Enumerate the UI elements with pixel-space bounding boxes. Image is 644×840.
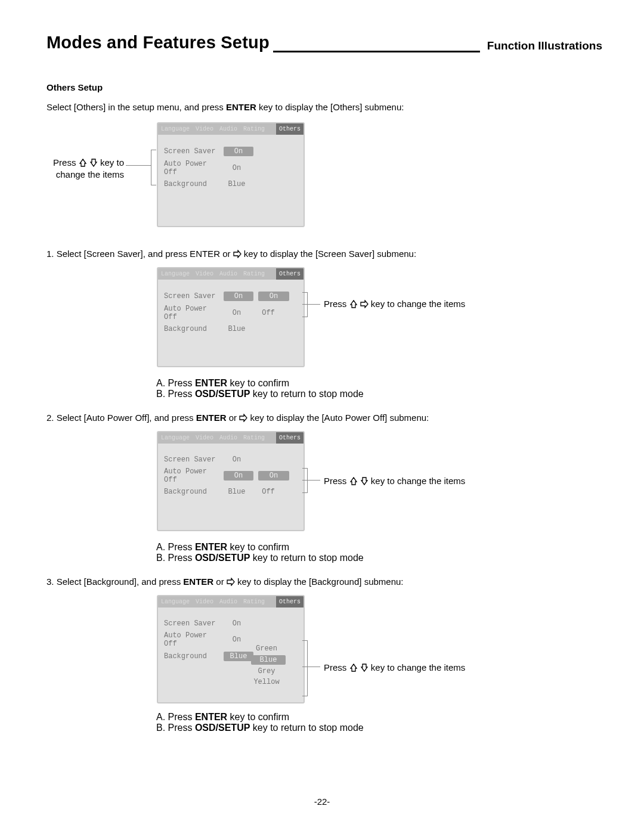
opt-blue: Blue: [251, 655, 286, 665]
item-auto-power-off: Auto Power Off: [164, 631, 224, 648]
item-auto-power-off: Auto Power Off: [164, 467, 224, 484]
step1-a: 1. Select [Screen Saver], and press ENTE…: [47, 249, 233, 259]
val-on: On: [224, 619, 250, 628]
tab-audio: Audio: [216, 432, 240, 444]
confirm-a2: key to confirm: [227, 378, 289, 388]
osd-body: Screen SaverOn Auto Power OffOn Backgrou…: [158, 607, 304, 671]
leader-line: [126, 165, 151, 166]
confirm-2: A. Press ENTER key to confirm B. Press O…: [47, 542, 602, 563]
tab-video: Video: [193, 596, 216, 607]
arrow-up-icon: [349, 477, 358, 485]
val-on: On: [224, 636, 250, 644]
osd-auto-power-off: Language Video Audio Rating Others Scree…: [157, 431, 305, 531]
val-on: On: [224, 147, 253, 156]
confirm-enter: ENTER: [195, 712, 227, 722]
item-auto-power-off: Auto Power Off: [164, 305, 224, 321]
val-blue: Blue: [224, 488, 250, 496]
val-on: On: [224, 164, 250, 172]
arrow-down-icon: [89, 159, 98, 167]
confirm-b2: key to return to stop mode: [250, 553, 363, 563]
opt-on: On: [258, 471, 289, 481]
tab-audio: Audio: [216, 123, 240, 135]
confirm-b1: B. Press: [156, 553, 195, 563]
background-options: Green Blue Grey Yellow: [251, 642, 286, 689]
tab-rating: Rating: [240, 268, 268, 280]
item-screen-saver: Screen Saver: [164, 455, 224, 464]
osd-body: Screen SaverOnOn Auto Power OffOnOff Bac…: [158, 280, 304, 358]
opt-yellow: Yellow: [251, 678, 282, 686]
callout-left-c: change the items: [56, 169, 124, 179]
item-screen-saver: Screen Saver: [164, 619, 224, 628]
leader-bracket: [302, 640, 308, 696]
tab-video: Video: [193, 268, 216, 280]
step3-c: key to display the [Background] submenu:: [237, 576, 404, 587]
opt-off: Off: [255, 488, 282, 496]
item-screen-saver: Screen Saver: [164, 292, 224, 300]
callout-right-1: Press key to change the items: [324, 298, 465, 310]
arrow-up-icon: [349, 664, 358, 672]
opt-grey: Grey: [251, 667, 282, 675]
step1-b: key to display the [Screen Saver] submen…: [244, 249, 416, 259]
val-on: On: [224, 471, 253, 481]
confirm-a: A. Press: [156, 378, 195, 388]
tab-rating: Rating: [240, 596, 268, 607]
arrow-right-icon: [239, 414, 247, 422]
tab-audio: Audio: [216, 596, 240, 607]
step3-b: or: [213, 576, 227, 587]
opt-green: Green: [251, 644, 282, 653]
osd-tabs: Language Video Audio Rating Others: [158, 123, 304, 135]
confirm-b2: key to return to stop mode: [250, 723, 363, 733]
osd-tabs: Language Video Audio Rating Others: [158, 268, 304, 280]
step3-enter: ENTER: [183, 576, 213, 587]
tab-audio: Audio: [216, 268, 240, 280]
confirm-b2: key to return to stop mode: [250, 389, 363, 399]
tab-language: Language: [158, 432, 193, 444]
confirm-1: A. Press ENTER key to confirm B. Press O…: [47, 378, 602, 399]
step2-enter: ENTER: [196, 413, 227, 423]
confirm-enter: ENTER: [195, 542, 227, 552]
tab-language: Language: [158, 596, 193, 607]
confirm-a: A. Press: [156, 542, 195, 552]
header-rule: [273, 51, 480, 52]
item-background: Background: [164, 325, 224, 333]
step-2: 2. Select [Auto Power Off], and press EN…: [47, 413, 602, 423]
confirm-3: A. Press ENTER key to confirm B. Press O…: [47, 712, 602, 733]
confirm-enter: ENTER: [195, 378, 227, 388]
intro-a: Select [Others] in the setup menu, and p…: [47, 102, 226, 112]
item-background: Background: [164, 180, 224, 188]
step-1: 1. Select [Screen Saver], and press ENTE…: [47, 249, 602, 259]
leader-bracket: [302, 468, 308, 493]
callout-left: Press key to change the items: [47, 157, 124, 181]
confirm-b1: B. Press: [156, 723, 195, 733]
val-blue: Blue: [224, 325, 250, 333]
confirm-osd: OSD/SETUP: [195, 723, 250, 733]
step2-b: or: [227, 413, 240, 423]
confirm-a: A. Press: [156, 712, 195, 722]
osd-body: Screen SaverOn Auto Power OffOn Backgrou…: [158, 135, 304, 213]
leader-bracket: [151, 150, 156, 185]
callout-r1-b: key to change the items: [371, 299, 465, 309]
tab-video: Video: [193, 123, 216, 135]
callout-right-2: Press key to change the items: [324, 475, 465, 487]
tab-video: Video: [193, 432, 216, 444]
step2-a: 2. Select [Auto Power Off], and press: [47, 413, 196, 423]
val-on: On: [224, 292, 253, 301]
val-blue: Blue: [224, 652, 253, 661]
opt-off: Off: [255, 309, 282, 317]
page-header: Modes and Features Setup Function Illust…: [47, 33, 602, 52]
confirm-osd: OSD/SETUP: [195, 553, 250, 563]
confirm-a2: key to confirm: [227, 542, 289, 552]
item-screen-saver: Screen Saver: [164, 147, 224, 156]
page-title: Modes and Features Setup: [47, 33, 270, 52]
step2-c: key to display the [Auto Power Off] subm…: [250, 413, 429, 423]
arrow-right-icon: [227, 578, 235, 586]
tab-rating: Rating: [240, 123, 268, 135]
val-on: On: [224, 309, 250, 317]
item-background: Background: [164, 488, 224, 496]
page-subtitle: Function Illustrations: [487, 39, 602, 52]
intro-b: key to display the [Others] submenu:: [256, 102, 404, 112]
tab-others: Others: [276, 432, 304, 444]
callout-right-3: Press key to change the items: [324, 662, 465, 674]
osd-others: Language Video Audio Rating Others Scree…: [157, 122, 305, 227]
item-background: Background: [164, 652, 224, 661]
